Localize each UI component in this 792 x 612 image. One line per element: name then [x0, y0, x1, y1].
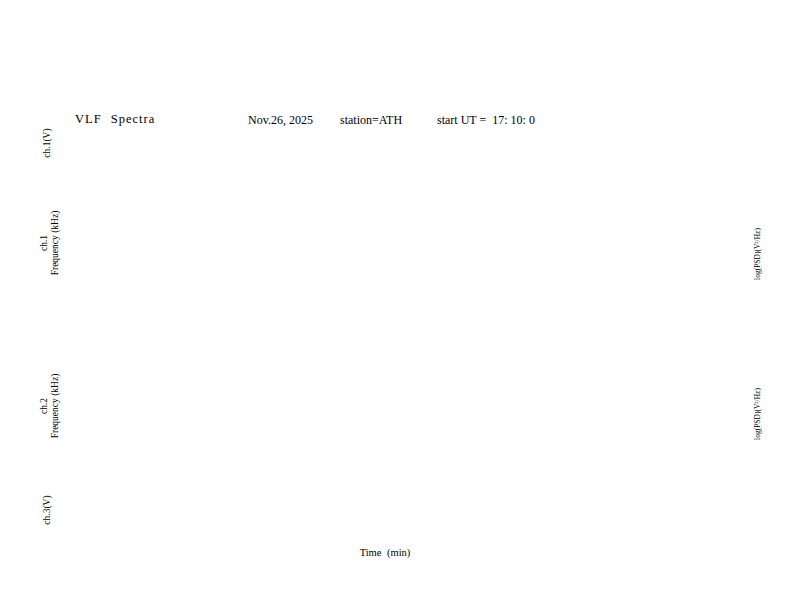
vlf-spectra-screen: VLF Spectra Nov.26, 2025 station=ATH sta… [0, 0, 792, 612]
ch2-frequency-axis-label-line2: Frequency (kHz) [50, 374, 61, 439]
station-label: station=ATH [340, 113, 402, 128]
ch1-frequency-axis-label-line2: Frequency (kHz) [50, 211, 61, 276]
ch3-voltage-axis-label: ch.3(V) [42, 495, 53, 524]
ch2-spectrogram-plot [75, 328, 695, 485]
ch1-frequency-axis-label: ch.1 Frequency (kHz) [39, 211, 61, 276]
start-ut-label: start UT = 17: 10: 0 [437, 113, 535, 128]
ch1-spectrogram-plot [75, 165, 695, 322]
ch2-frequency-axis-label-line1: ch.2 [39, 374, 50, 439]
colorbar-ch1 [723, 202, 736, 306]
colorbar-ch2-unit-label: log(PSD)(V²/Hz) [753, 388, 762, 440]
time-axis-label: Time (min) [360, 547, 411, 558]
colorbar-ch2 [723, 362, 736, 466]
ch3-waveform-plot [75, 490, 695, 531]
ch2-frequency-axis-label: ch.2 Frequency (kHz) [39, 374, 61, 439]
ch1-voltage-axis-label: ch.1(V) [42, 128, 53, 157]
date-label: Nov.26, 2025 [248, 113, 313, 128]
colorbar-ch1-unit-label: log(PSD)(V²/Hz) [753, 228, 762, 280]
ch1-frequency-axis-label-line1: ch.1 [39, 211, 50, 276]
ch1-waveform-plot [75, 127, 695, 160]
page-title: VLF Spectra [75, 112, 155, 127]
